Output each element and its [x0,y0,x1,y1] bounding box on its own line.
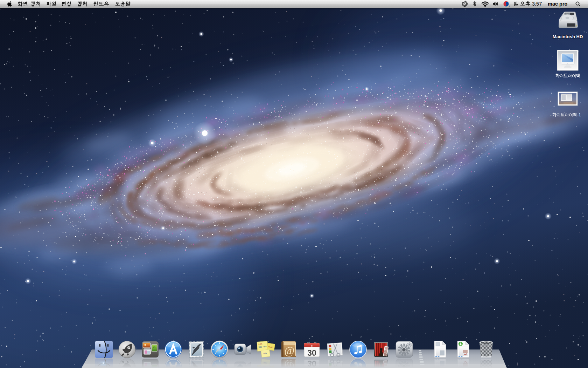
svg-text:30: 30 [307,348,316,357]
svg-text:2: 2 [509,5,510,8]
svg-text:3:57: 3:57 [532,1,542,7]
svg-text:Macintosh HD: Macintosh HD [553,34,583,39]
svg-text:mac pro: mac pro [548,1,568,7]
svg-text:Milk: Milk [263,352,267,355]
svg-text:-1: -1 [577,113,581,117]
svg-text:6: 6 [311,344,313,347]
svg-text:LOA: LOA [258,343,262,345]
svg-text:@: @ [284,344,294,357]
